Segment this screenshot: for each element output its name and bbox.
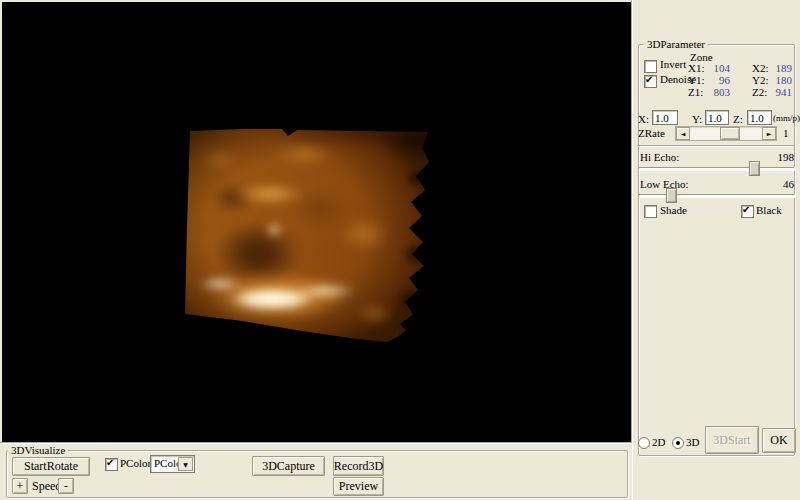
start-rotate-button[interactable]: StartRotate [12,457,90,476]
hi-echo-slider[interactable] [638,167,795,171]
ultrasound-volume-image [182,126,434,344]
hi-echo-slider-thumb[interactable] [749,161,760,176]
hi-echo-value: 198 [760,151,794,163]
zone-x2-label: X2: [752,62,769,74]
zrate-scrollbar[interactable]: ◄ ► [675,126,777,141]
shade-checkbox-box[interactable] [644,205,657,218]
radio-2d-circle[interactable] [638,437,650,449]
ok-button[interactable]: OK [762,428,796,453]
radio-3d-label: 3D [686,436,699,448]
visualize-panel: 3DVisualize StartRotate + Speed - ✔ PCol… [0,443,632,500]
invert-checkbox-box[interactable] [644,60,657,73]
parameter-group-title: 3DParameter [644,38,708,50]
black-label: Black [756,204,782,216]
zone-x2-value: 189 [770,62,792,74]
speed-label: Speed [32,479,61,494]
pcolor-label: PColor [120,457,151,469]
low-echo-value: 46 [760,178,794,190]
scale-y-label: Y: [692,113,702,125]
zrate-scroll-left-button[interactable]: ◄ [676,127,690,140]
zrate-scroll-right-button[interactable]: ► [762,127,776,140]
parameter-panel: 3DParameter Invert ✔ Denoise Zone X1: 10… [632,0,800,500]
capture3d-button[interactable]: 3DCapture [252,456,325,476]
black-checkbox-box[interactable]: ✔ [741,205,754,218]
shade-label: Shade [660,204,687,216]
radio-selected-dot [676,441,680,445]
zrate-value: 1 [783,127,789,139]
scale-y-input[interactable] [705,110,729,125]
app-window: 3DParameter Invert ✔ Denoise Zone X1: 10… [0,0,800,500]
invert-label: Invert [660,58,686,70]
zone-y2-value: 180 [770,74,792,86]
dropdown-arrow-icon[interactable]: ▼ [178,457,193,471]
checkmark-icon: ✔ [645,73,653,86]
parameter-groupbox [638,44,795,456]
zone-z1-label: Z1: [688,86,703,98]
speed-minus-button[interactable]: - [58,478,74,494]
zone-z2-label: Z2: [752,86,767,98]
scale-z-label: Z: [733,113,743,125]
separator-line [637,145,794,147]
zone-y1-label: Y1: [688,74,705,86]
low-echo-label: Low Echo: [640,178,689,190]
zone-y2-label: Y2: [752,74,769,86]
speed-plus-button[interactable]: + [12,478,28,494]
denoise-checkbox-box[interactable]: ✔ [644,75,657,88]
zrate-scroll-thumb[interactable] [720,127,740,140]
render-viewport[interactable] [2,2,632,443]
radio-2d-label: 2D [652,436,665,448]
visualize-group-title: 3DVisualize [8,444,68,456]
scale-x-input[interactable] [652,110,678,125]
checkmark-icon: ✔ [106,456,114,469]
pcolor-dropdown[interactable]: PColor ▼ [150,455,195,473]
scale-unit-label: (mm/p) [773,113,800,123]
scale-z-input[interactable] [747,110,772,125]
ultrasound-texture [170,114,446,356]
hi-echo-label: Hi Echo: [640,151,679,163]
zone-z2-value: 941 [770,86,792,98]
low-echo-slider-thumb[interactable] [666,188,677,203]
pcolor-checkbox-box[interactable]: ✔ [105,458,118,471]
start3d-button[interactable]: 3DStart [705,426,759,454]
zone-y1-value: 96 [708,74,730,86]
low-echo-slider[interactable] [638,194,795,198]
zone-x1-label: X1: [688,62,705,74]
record3d-button[interactable]: Record3D [333,456,384,476]
zone-z1-value: 803 [708,86,730,98]
radio-3d-circle[interactable] [672,437,684,449]
zone-x1-value: 104 [708,62,730,74]
checkmark-icon: ✔ [742,203,750,216]
zrate-label: ZRate [638,127,665,139]
preview-button[interactable]: Preview [333,477,384,496]
scale-x-label: X: [638,113,649,125]
